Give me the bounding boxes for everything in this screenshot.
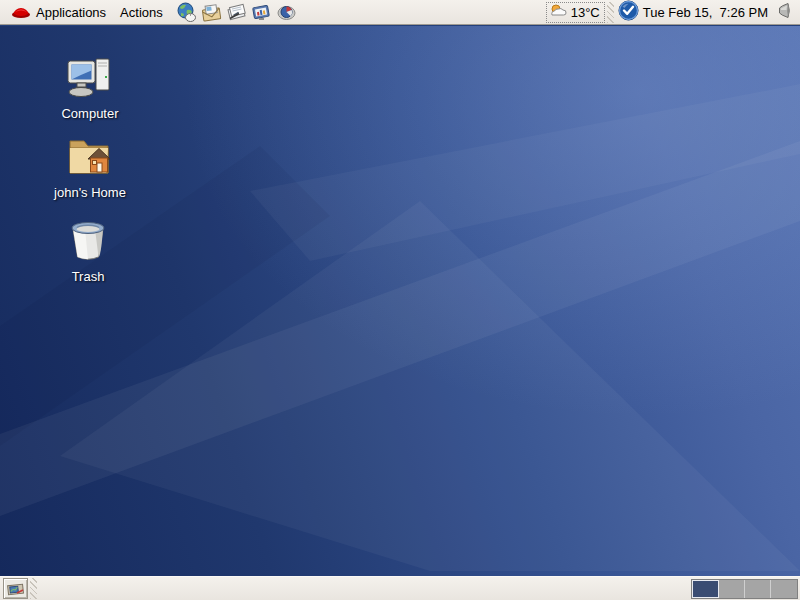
desktop-icon-label: Computer [61, 106, 118, 121]
presentation-launcher-icon[interactable] [251, 1, 273, 23]
applications-menu[interactable]: Applications [4, 1, 113, 24]
window-list-handle[interactable] [30, 578, 37, 599]
trash-icon [33, 217, 143, 266]
update-notifier-icon[interactable] [618, 0, 639, 24]
workspace-cell-1[interactable] [692, 580, 719, 598]
clock[interactable]: Tue Feb 15, 7:26 PM [643, 5, 774, 20]
bottom-panel [0, 576, 800, 600]
workspace-cell-3[interactable] [745, 580, 771, 598]
home-folder-icon [35, 133, 145, 182]
word-processor-launcher-icon[interactable] [226, 1, 248, 23]
volume-icon[interactable] [776, 2, 792, 22]
desktop-icon-label: john's Home [54, 185, 126, 200]
workspace-cell-2[interactable] [719, 580, 745, 598]
desktop-icon-computer[interactable]: Computer [35, 54, 145, 121]
show-desktop-button[interactable] [3, 578, 28, 599]
weather-cloud-icon [549, 3, 569, 22]
web-browser-launcher-icon[interactable] [176, 1, 198, 23]
redhat-logo-icon [11, 2, 31, 23]
workspace-switcher[interactable] [691, 579, 798, 599]
desktop-icon-home[interactable]: john's Home [35, 133, 145, 200]
desktop-icon-trash[interactable]: Trash [33, 217, 143, 284]
actions-menu-label: Actions [120, 5, 163, 20]
weather-temperature: 13°C [571, 5, 600, 20]
desktop[interactable]: Computer john's Home [0, 26, 800, 576]
applet-drag-handle[interactable] [607, 2, 614, 23]
applications-menu-label: Applications [36, 5, 106, 20]
panel-launchers [176, 1, 298, 23]
computer-icon [35, 54, 145, 103]
spreadsheet-launcher-icon[interactable] [276, 1, 298, 23]
top-panel: Applications Actions [0, 0, 800, 25]
desktop-icon-label: Trash [72, 269, 105, 284]
weather-applet[interactable]: 13°C [546, 2, 605, 23]
email-launcher-icon[interactable] [201, 1, 223, 23]
actions-menu[interactable]: Actions [113, 1, 170, 24]
workspace-cell-4[interactable] [771, 580, 797, 598]
show-desktop-icon [7, 581, 25, 596]
